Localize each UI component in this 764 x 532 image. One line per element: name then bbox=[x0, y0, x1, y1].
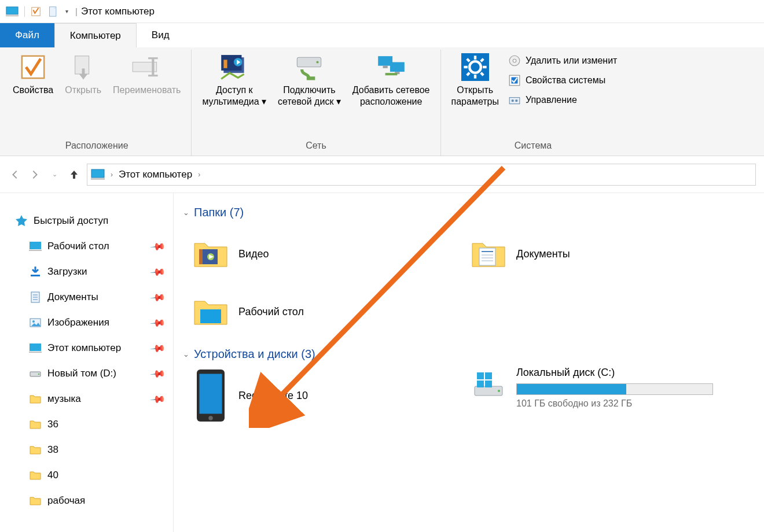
svg-rect-9 bbox=[148, 75, 158, 76]
up-button[interactable] bbox=[67, 168, 81, 182]
address-bar: ⌄ › Этот компьютер › bbox=[0, 156, 764, 193]
folder-icon bbox=[29, 469, 42, 482]
rename-icon bbox=[130, 53, 164, 81]
svg-rect-40 bbox=[30, 242, 41, 249]
chevron-right-icon[interactable]: › bbox=[111, 171, 113, 179]
tab-file[interactable]: Файл bbox=[0, 23, 54, 47]
chevron-down-icon: ⌄ bbox=[183, 350, 189, 359]
breadcrumb-item[interactable]: Этот компьютер bbox=[119, 169, 192, 180]
svg-rect-16 bbox=[307, 77, 315, 80]
sidebar-item-folder[interactable]: рабочая bbox=[29, 488, 170, 513]
open-button[interactable]: Открыть bbox=[61, 51, 105, 98]
folder-icon bbox=[29, 494, 42, 507]
tab-view[interactable]: Вид bbox=[137, 23, 185, 47]
group-header-folders[interactable]: ⌄ Папки (7) bbox=[183, 206, 757, 219]
document-icon bbox=[29, 291, 42, 304]
sidebar-quick-access[interactable]: Быстрый доступ bbox=[15, 208, 170, 234]
drive-icon bbox=[29, 367, 42, 380]
svg-line-30 bbox=[467, 73, 469, 75]
sidebar-item-desktop[interactable]: Рабочий стол 📌 bbox=[29, 234, 170, 259]
sidebar-item-folder[interactable]: 40 bbox=[29, 463, 170, 488]
pc-icon bbox=[6, 6, 19, 17]
svg-rect-41 bbox=[29, 250, 42, 251]
window-title: Этот компьютер bbox=[81, 6, 155, 17]
phone-icon bbox=[193, 378, 228, 413]
svg-rect-61 bbox=[200, 309, 221, 323]
uninstall-programs-button[interactable]: Удалить или изменит bbox=[507, 52, 618, 69]
content-pane: ⌄ Папки (7) Видео Документы Рабочий ст bbox=[174, 193, 764, 532]
ribbon: Свойства Открыть Переименовать Расположе… bbox=[0, 47, 764, 156]
gear-icon bbox=[461, 53, 489, 81]
chevron-down-icon: ⌄ bbox=[183, 208, 189, 217]
sidebar-item-documents[interactable]: Документы 📌 bbox=[29, 285, 170, 310]
svg-rect-63 bbox=[200, 374, 222, 414]
svg-line-28 bbox=[481, 73, 483, 75]
qat-properties-icon[interactable] bbox=[30, 5, 42, 18]
svg-line-27 bbox=[467, 59, 469, 61]
checkbox-icon bbox=[19, 53, 47, 81]
device-item-phone[interactable]: Redmi Note 10 bbox=[181, 367, 458, 424]
qat-dropdown-icon[interactable]: ▾ bbox=[65, 8, 68, 14]
media-icon bbox=[218, 53, 251, 81]
title-bar: ▾ | Этот компьютер bbox=[0, 0, 764, 23]
pin-icon: 📌 bbox=[149, 365, 167, 382]
folder-video-icon bbox=[193, 237, 228, 271]
folder-icon bbox=[29, 444, 42, 456]
open-settings-button[interactable]: Открыть параметры bbox=[448, 51, 502, 110]
rename-button[interactable]: Переименовать bbox=[109, 51, 184, 98]
svg-point-64 bbox=[208, 416, 213, 420]
ribbon-group-label: Система bbox=[448, 137, 619, 156]
manage-button[interactable]: Управление bbox=[507, 91, 618, 109]
folder-item-desktop[interactable]: Рабочий стол bbox=[181, 283, 458, 341]
sidebar-item-pictures[interactable]: Изображения 📌 bbox=[29, 310, 170, 335]
svg-point-66 bbox=[498, 390, 500, 392]
open-icon bbox=[69, 53, 97, 81]
group-header-devices[interactable]: ⌄ Устройства и диски (3) bbox=[183, 348, 757, 361]
svg-rect-8 bbox=[148, 57, 158, 59]
sidebar-item-music[interactable]: музыка 📌 bbox=[29, 386, 170, 412]
tab-computer[interactable]: Компьютер bbox=[54, 23, 137, 47]
map-drive-button[interactable]: Подключить сетевой диск ▾ bbox=[274, 51, 344, 110]
svg-rect-39 bbox=[91, 178, 105, 180]
folder-item-documents[interactable]: Документы bbox=[458, 225, 736, 283]
sidebar-item-drive-d[interactable]: Новый том (D:) 📌 bbox=[29, 361, 170, 386]
pin-icon: 📌 bbox=[149, 238, 167, 255]
nav-sidebar: Быстрый доступ Рабочий стол 📌 Загрузки 📌… bbox=[0, 193, 174, 532]
folder-icon bbox=[29, 418, 42, 431]
sidebar-item-folder[interactable]: 36 bbox=[29, 412, 170, 437]
pin-icon: 📌 bbox=[149, 263, 167, 280]
system-properties-button[interactable]: Свойства системы bbox=[507, 72, 618, 89]
pc-icon bbox=[29, 342, 42, 354]
properties-button[interactable]: Свойства bbox=[9, 51, 57, 98]
svg-rect-56 bbox=[479, 248, 495, 265]
sidebar-item-folder[interactable]: 38 bbox=[29, 437, 170, 463]
chevron-right-icon[interactable]: › bbox=[198, 171, 200, 179]
divider bbox=[24, 6, 25, 17]
qat-doc-icon[interactable] bbox=[47, 5, 60, 18]
svg-point-15 bbox=[317, 61, 319, 64]
breadcrumb[interactable]: › Этот компьютер › bbox=[87, 164, 756, 186]
forward-button[interactable] bbox=[28, 168, 42, 182]
recent-button[interactable]: ⌄ bbox=[47, 168, 61, 182]
pc-icon bbox=[91, 169, 105, 180]
network-location-icon bbox=[374, 53, 408, 81]
media-access-button[interactable]: Доступ к мультимедиа ▾ bbox=[199, 51, 270, 110]
sidebar-item-thispc[interactable]: Этот компьютер 📌 bbox=[29, 335, 170, 361]
sidebar-item-downloads[interactable]: Загрузки 📌 bbox=[29, 259, 170, 285]
pin-icon: 📌 bbox=[149, 339, 167, 357]
ribbon-tabs: Файл Компьютер Вид bbox=[0, 23, 764, 47]
pin-icon: 📌 bbox=[149, 314, 167, 331]
folder-desktop-icon bbox=[193, 294, 228, 329]
svg-rect-13 bbox=[223, 60, 227, 68]
back-button[interactable] bbox=[8, 168, 22, 182]
svg-rect-50 bbox=[29, 352, 42, 353]
add-network-location-button[interactable]: Добавить сетевое расположение bbox=[349, 51, 434, 110]
drive-item-c[interactable]: Локальный диск (C:) 101 ГБ свободно из 2… bbox=[458, 367, 736, 424]
svg-point-32 bbox=[513, 59, 516, 62]
folder-item-videos[interactable]: Видео bbox=[181, 225, 458, 283]
svg-rect-38 bbox=[91, 169, 104, 178]
star-icon bbox=[15, 215, 28, 227]
picture-icon bbox=[29, 316, 42, 329]
svg-rect-67 bbox=[477, 372, 484, 379]
divider: | bbox=[75, 6, 78, 16]
